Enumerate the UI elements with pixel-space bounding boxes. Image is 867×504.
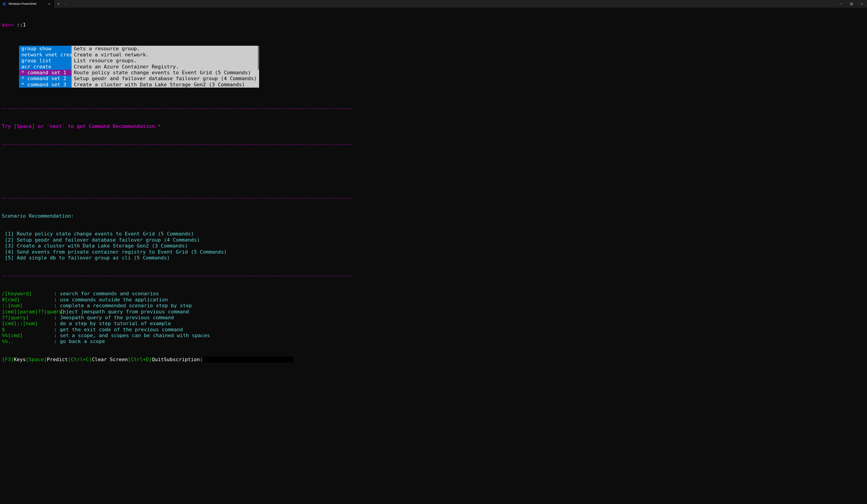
- key-f3: [F3]: [2, 357, 14, 362]
- separator-line: ----------------------------------------…: [2, 106, 865, 111]
- window-titlebar: >_ Windows PowerShell ✕ + ⌄: [0, 0, 867, 8]
- completion-command: group show: [19, 46, 72, 52]
- close-icon: [861, 3, 863, 5]
- tab-powershell[interactable]: >_ Windows PowerShell ✕: [0, 0, 54, 8]
- label-keys: Keys: [14, 357, 26, 362]
- completion-dropdown[interactable]: group showGets a resource group.network …: [19, 46, 259, 88]
- scenario-item: [3] Create a cluster with Data Lake Stor…: [2, 243, 865, 249]
- subscription-label: Subscription:: [164, 357, 203, 362]
- help-row: %%..: go back a scope: [2, 339, 865, 344]
- close-window-button[interactable]: [857, 0, 867, 8]
- completion-command: * command set 1: [19, 70, 72, 76]
- help-desc: : set a scope, and scopes can be chained…: [54, 333, 210, 339]
- terminal-area[interactable]: az>> ::1 group showGets a resource group…: [0, 8, 867, 368]
- completion-command: * command set 2: [19, 76, 72, 82]
- svg-rect-2: [851, 3, 853, 4]
- new-tab-button[interactable]: +: [54, 0, 63, 8]
- completion-item[interactable]: acr createCreate an Azure Container Regi…: [19, 64, 259, 70]
- help-row: $: get the exit code of the previous com…: [2, 327, 865, 333]
- tab-dropdown-button[interactable]: ⌄: [63, 0, 69, 8]
- help-row: /[keyword]: search for commands and scen…: [2, 291, 865, 297]
- scenario-item: [1] Route policy state change events to …: [2, 231, 865, 237]
- help-row: [cmd]::[num]: do a step by step tutorial…: [2, 321, 865, 326]
- help-desc: : use commands outside the application: [54, 297, 168, 303]
- help-key: [cmd]::[num]: [2, 321, 54, 326]
- hint-line: Try [Space] or `next` to get Command Rec…: [2, 124, 865, 129]
- help-desc: : do a step by step tutorial of example: [54, 321, 171, 326]
- scenario-item: [5] Add single db to failover group az c…: [2, 255, 865, 261]
- completion-command: network vnet create: [19, 52, 72, 58]
- separator-line: ----------------------------------------…: [2, 195, 865, 201]
- completion-description: List resource groups.: [72, 58, 259, 64]
- help-row: [cmd][param]??[query]: Inject jmespath q…: [2, 309, 865, 315]
- separator-line: ----------------------------------------…: [2, 141, 865, 147]
- help-key: $: [2, 327, 54, 333]
- minimize-button[interactable]: [836, 0, 846, 8]
- help-desc: : complete a recommended scenario step b…: [54, 303, 192, 309]
- help-desc: : Jmespath query of the previous command: [54, 315, 174, 321]
- minimize-icon: [840, 3, 842, 5]
- help-key: #[cmd]: [2, 297, 54, 303]
- completion-command: acr create: [19, 64, 72, 70]
- label-clear: Clear Screen: [92, 357, 128, 362]
- titlebar-drag-area[interactable]: [69, 0, 836, 8]
- scenario-item: [4] Send events from private container r…: [2, 249, 865, 255]
- help-desc: : go back a scope: [54, 339, 105, 344]
- label-quit: Quit: [152, 357, 164, 362]
- completion-item[interactable]: network vnet createCreate a virtual netw…: [19, 52, 259, 58]
- completion-item[interactable]: * command set 3Create a cluster with Dat…: [19, 82, 259, 88]
- maximize-button[interactable]: [846, 0, 857, 8]
- completion-description: Create an Azure Container Registry.: [72, 64, 259, 70]
- prompt-line: az>> ::1: [2, 22, 865, 28]
- help-row: ??[query]: Jmespath query of the previou…: [2, 315, 865, 321]
- completion-item[interactable]: group showGets a resource group.: [19, 46, 259, 52]
- help-desc: : search for commands and scenarios: [54, 291, 159, 297]
- help-row: ::[num]: complete a recommended scenario…: [2, 303, 865, 309]
- tab-close-button[interactable]: ✕: [47, 2, 52, 6]
- svg-rect-1: [850, 3, 852, 5]
- help-key: /[keyword]: [2, 291, 54, 297]
- prompt-label: az>>: [2, 22, 17, 28]
- completion-description: Route policy state change events to Even…: [72, 70, 259, 76]
- separator-line: ----------------------------------------…: [2, 273, 865, 279]
- status-bar: [F3]Keys[Space]Predict[Ctrl+C]Clear Scre…: [2, 357, 865, 363]
- help-key: [cmd][param]??[query]: [2, 309, 54, 315]
- completion-item[interactable]: group listList resource groups.: [19, 58, 259, 64]
- key-ctrl-d: [Ctrl+D]: [128, 357, 152, 362]
- hint-text: Try [Space] or `next` to get Command Rec…: [2, 124, 158, 129]
- key-ctrl-c: [Ctrl+C]: [68, 357, 92, 362]
- completion-description: Setup geodr and failover database failov…: [72, 76, 259, 82]
- help-key: ??[query]: [2, 315, 54, 321]
- help-desc: : get the exit code of the previous comm…: [54, 327, 183, 333]
- help-desc: : Inject jmespath query from previous co…: [54, 309, 189, 315]
- help-key: %%..: [2, 339, 54, 344]
- completion-description: Create a virtual network.: [72, 52, 259, 58]
- scenario-heading: Scenario Recommendation:: [2, 213, 865, 219]
- dropdown-scrollbar[interactable]: [258, 46, 259, 69]
- help-row: #[cmd]: use commands outside the applica…: [2, 297, 865, 303]
- completion-description: Gets a resource group.: [72, 46, 259, 52]
- label-predict: Predict: [47, 357, 68, 362]
- maximize-icon: [850, 3, 853, 5]
- help-key: %%[cmd]: [2, 333, 54, 339]
- help-key: ::[num]: [2, 303, 54, 309]
- completion-command: * command set 3: [19, 82, 72, 88]
- hint-star: *: [158, 124, 161, 129]
- completion-description: Create a cluster with Data Lake Storage …: [72, 82, 259, 88]
- subscription-value-redacted: [203, 357, 293, 363]
- scenario-item: [2] Setup geodr and failover database fa…: [2, 237, 865, 243]
- command-input[interactable]: ::1: [17, 22, 26, 28]
- key-space: [Space]: [26, 357, 47, 362]
- completion-item[interactable]: * command set 1Route policy state change…: [19, 70, 259, 76]
- help-row: %%[cmd]: set a scope, and scopes can be …: [2, 333, 865, 339]
- tab-title: Windows PowerShell: [9, 2, 45, 6]
- completion-item[interactable]: * command set 2Setup geodr and failover …: [19, 76, 259, 82]
- completion-command: group list: [19, 58, 72, 64]
- powershell-icon: >_: [3, 2, 6, 6]
